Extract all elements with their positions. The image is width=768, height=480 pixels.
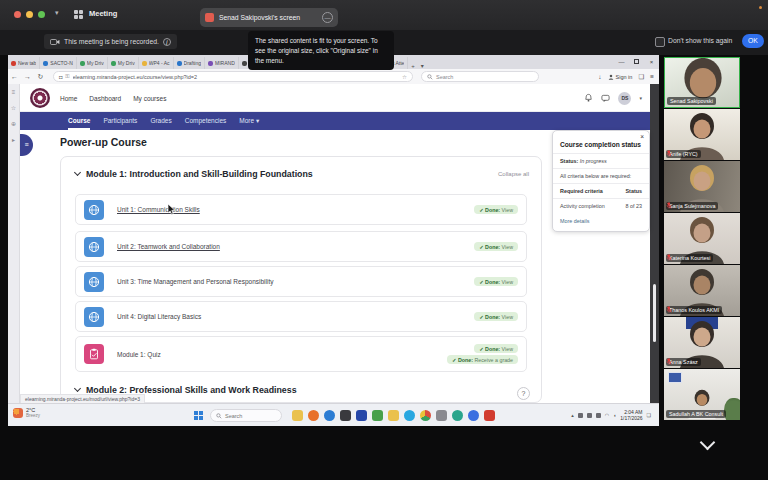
file-explorer-icon[interactable] xyxy=(292,410,303,421)
messages-icon[interactable] xyxy=(601,94,610,103)
activity-row-unit3[interactable]: Unit 3: Time Management and Personal Res… xyxy=(75,266,527,297)
back-icon[interactable]: ← xyxy=(8,73,21,80)
skype-icon[interactable] xyxy=(404,410,415,421)
bookmark-star-icon[interactable]: ☆ xyxy=(402,74,407,80)
tray-icon[interactable] xyxy=(578,413,583,418)
activity-link[interactable]: Unit 2: Teamwork and Collaboration xyxy=(117,243,220,250)
firefox-icon[interactable] xyxy=(308,410,319,421)
menu-hamburger-icon[interactable]: ≡ xyxy=(650,73,654,80)
participant-tile[interactable]: Senad Sakipovski xyxy=(664,57,740,108)
reload-icon[interactable]: ↻ xyxy=(34,73,47,81)
participant-tile[interactable]: Sadullah A BK Consult xyxy=(664,369,740,420)
tab-course[interactable]: Course xyxy=(68,112,90,130)
tray-icon[interactable] xyxy=(596,413,601,418)
nav-my-courses[interactable]: My courses xyxy=(133,95,166,102)
fullscreen-window-button[interactable] xyxy=(38,11,45,18)
scrollbar-track[interactable] xyxy=(650,84,659,403)
browser-tab[interactable]: Drafting xyxy=(174,57,206,69)
tab-list-button[interactable]: ▾ xyxy=(418,62,427,69)
camera-app-icon[interactable] xyxy=(340,410,351,421)
participant-tile[interactable]: Sanja Sulejmanova xyxy=(664,161,740,212)
site-logo[interactable] xyxy=(30,88,50,108)
taskbar-search[interactable]: Search xyxy=(210,409,282,422)
zoom-app-icon[interactable] xyxy=(468,410,479,421)
browser-tab[interactable]: MIRAND xyxy=(205,57,239,69)
close-icon[interactable]: × xyxy=(644,59,659,65)
activity-link[interactable]: Unit 3: Time Management and Personal Res… xyxy=(117,278,273,285)
wifi-icon[interactable]: ◠ xyxy=(605,412,609,418)
browser-tab[interactable]: My Driv xyxy=(77,57,108,69)
start-button[interactable] xyxy=(194,411,203,420)
browser-tab[interactable]: WP4 - Ac xyxy=(139,57,174,69)
collapse-chevron-icon[interactable] xyxy=(74,169,81,176)
scrollbar-thumb[interactable] xyxy=(653,284,656,342)
activity-link[interactable]: Module 1: Quiz xyxy=(117,351,161,358)
excel-icon[interactable] xyxy=(372,410,383,421)
tools-icon[interactable]: ▸ xyxy=(12,136,15,143)
tab-participants[interactable]: Participants xyxy=(103,112,137,130)
participant-tile[interactable]: Anna Szász xyxy=(664,317,740,368)
downloads-icon[interactable]: ↓ xyxy=(598,73,601,80)
shared-screen-tab[interactable]: Senad Sakipovski's screen — xyxy=(200,8,338,27)
settings-app-icon[interactable] xyxy=(436,410,447,421)
activity-row-unit2[interactable]: Unit 2: Teamwork and Collaboration ✓ Don… xyxy=(75,231,527,262)
library-icon[interactable]: ❏ xyxy=(638,73,644,81)
collapse-all-link[interactable]: Collapse all xyxy=(498,171,529,177)
activity-link[interactable]: Unit 1: Communication Skills xyxy=(117,206,200,213)
tray-expand-icon[interactable]: ▴ xyxy=(571,412,574,418)
tab-grades[interactable]: Grades xyxy=(150,112,171,130)
search-field[interactable]: Search xyxy=(421,71,539,82)
chevron-down-icon[interactable]: ▾ xyxy=(55,9,59,17)
history-icon[interactable]: ⊕ xyxy=(11,120,16,127)
office-app-icon[interactable] xyxy=(356,410,367,421)
module-1-heading[interactable]: Module 1: Introduction and Skill-Buildin… xyxy=(75,169,313,179)
activity-row-unit1[interactable]: Unit 1: Communication Skills ✓ Done: Vie… xyxy=(75,194,527,225)
share-options-button[interactable]: — xyxy=(322,12,333,23)
participant-tile[interactable]: Katerina Kourtesi xyxy=(664,213,740,264)
folder-icon[interactable] xyxy=(388,410,399,421)
maximize-icon[interactable] xyxy=(629,59,644,65)
user-avatar[interactable]: DS xyxy=(618,92,631,105)
activity-row-quiz[interactable]: Module 1: Quiz ✓ Done: View ✓ Done: Rece… xyxy=(75,336,527,372)
help-button[interactable]: ? xyxy=(517,387,530,400)
taskbar-clock[interactable]: 2:04 AM 1/17/2026 xyxy=(620,409,642,422)
volume-icon[interactable]: ◖ xyxy=(613,412,616,418)
minimize-window-button[interactable] xyxy=(26,11,33,18)
address-bar[interactable]: ◘ ⚿ elearning.miranda-project.eu/course/… xyxy=(53,71,413,82)
notifications-bell-icon[interactable] xyxy=(584,93,593,103)
notification-center-icon[interactable]: ❏ xyxy=(647,412,651,418)
meeting-tab-label[interactable]: Meeting xyxy=(89,9,117,18)
nav-home[interactable]: Home xyxy=(60,95,77,102)
activity-link[interactable]: Unit 4: Digital Literacy Basics xyxy=(117,313,201,320)
tray-icon[interactable] xyxy=(587,413,592,418)
tab-more[interactable]: More ▾ xyxy=(239,112,259,130)
info-icon[interactable]: i xyxy=(163,38,171,46)
ok-button[interactable]: OK xyxy=(742,34,764,48)
minimize-icon[interactable]: — xyxy=(614,59,629,65)
chrome-icon[interactable] xyxy=(420,410,431,421)
tab-competencies[interactable]: Competencies xyxy=(185,112,227,130)
forward-icon[interactable]: → xyxy=(21,73,34,80)
activity-row-unit4[interactable]: Unit 4: Digital Literacy Basics ✓ Done: … xyxy=(75,301,527,332)
edge-icon[interactable] xyxy=(324,410,335,421)
close-icon[interactable]: × xyxy=(640,133,644,140)
browser-tab[interactable]: SACTO-N xyxy=(40,57,76,69)
collapse-chevron-icon[interactable] xyxy=(74,385,81,392)
close-window-button[interactable] xyxy=(14,11,21,18)
course-index-drawer-button[interactable]: ≡ xyxy=(20,134,33,156)
participant-tile[interactable]: Thanos Koulos AKMI xyxy=(664,265,740,316)
more-details-link[interactable]: More details xyxy=(553,213,649,231)
adobe-icon[interactable] xyxy=(484,410,495,421)
sidebar-panel-icon[interactable]: ≡ xyxy=(12,89,16,95)
user-menu-caret-icon[interactable]: ▾ xyxy=(639,95,642,101)
collapse-strip-chevron-button[interactable] xyxy=(694,437,720,453)
bookmarks-icon[interactable]: ☆ xyxy=(11,104,16,111)
teams-icon[interactable] xyxy=(452,410,463,421)
browser-tab[interactable]: My Driv xyxy=(108,57,139,69)
nav-dashboard[interactable]: Dashboard xyxy=(89,95,121,102)
browser-tab[interactable]: New tab xyxy=(8,57,40,69)
dont-show-again-checkbox[interactable] xyxy=(655,37,665,47)
weather-widget[interactable]: 2°CBreezy xyxy=(13,407,40,418)
participant-tile[interactable]: Anife (RYC) xyxy=(664,109,740,160)
sign-in-button[interactable]: Sign in xyxy=(608,74,633,80)
